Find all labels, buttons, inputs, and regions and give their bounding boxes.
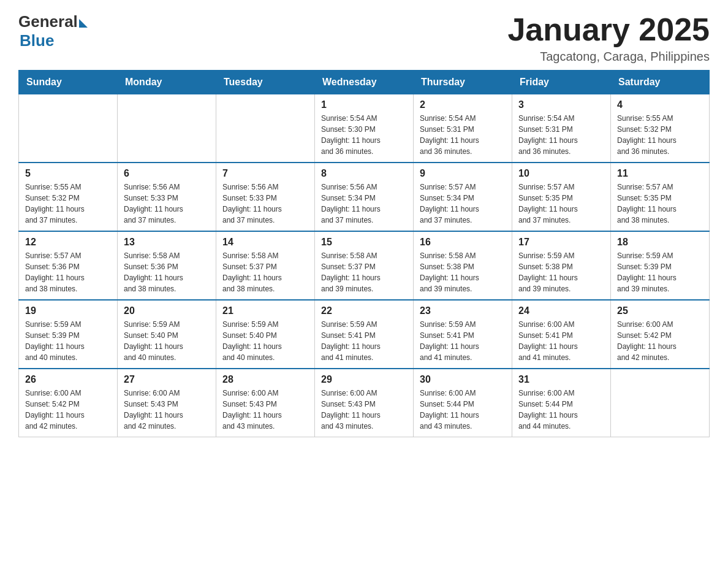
calendar-header-row: SundayMondayTuesdayWednesdayThursdayFrid… <box>19 71 710 94</box>
day-number: 21 <box>222 305 308 316</box>
day-info: Sunrise: 5:56 AM Sunset: 5:34 PM Dayligh… <box>321 182 407 226</box>
calendar-cell: 28Sunrise: 6:00 AM Sunset: 5:43 PM Dayli… <box>216 369 315 437</box>
calendar-table: SundayMondayTuesdayWednesdayThursdayFrid… <box>18 70 710 437</box>
day-info: Sunrise: 6:00 AM Sunset: 5:44 PM Dayligh… <box>518 388 604 432</box>
calendar-cell: 16Sunrise: 5:58 AM Sunset: 5:38 PM Dayli… <box>414 231 512 300</box>
calendar-week-row: 19Sunrise: 5:59 AM Sunset: 5:39 PM Dayli… <box>19 300 710 369</box>
day-number: 8 <box>321 168 407 179</box>
day-info: Sunrise: 5:58 AM Sunset: 5:38 PM Dayligh… <box>420 250 506 294</box>
day-info: Sunrise: 5:57 AM Sunset: 5:34 PM Dayligh… <box>420 182 506 226</box>
calendar-cell: 30Sunrise: 6:00 AM Sunset: 5:44 PM Dayli… <box>414 369 512 437</box>
day-info: Sunrise: 5:57 AM Sunset: 5:35 PM Dayligh… <box>518 182 604 226</box>
day-number: 3 <box>518 99 604 110</box>
day-number: 19 <box>25 305 111 316</box>
calendar-cell: 27Sunrise: 6:00 AM Sunset: 5:43 PM Dayli… <box>118 369 216 437</box>
calendar-cell: 17Sunrise: 5:59 AM Sunset: 5:38 PM Dayli… <box>512 231 611 300</box>
day-info: Sunrise: 5:59 AM Sunset: 5:39 PM Dayligh… <box>25 319 111 363</box>
day-info: Sunrise: 5:54 AM Sunset: 5:31 PM Dayligh… <box>420 113 506 157</box>
day-number: 10 <box>518 168 604 179</box>
calendar-cell: 3Sunrise: 5:54 AM Sunset: 5:31 PM Daylig… <box>512 94 611 163</box>
day-info: Sunrise: 5:59 AM Sunset: 5:40 PM Dayligh… <box>124 319 210 363</box>
calendar-day-header: Saturday <box>611 71 710 94</box>
calendar-cell <box>19 94 118 163</box>
calendar-cell <box>611 369 710 437</box>
day-info: Sunrise: 5:56 AM Sunset: 5:33 PM Dayligh… <box>222 182 308 226</box>
calendar-day-header: Sunday <box>19 71 118 94</box>
day-number: 24 <box>518 305 604 316</box>
day-number: 6 <box>124 168 210 179</box>
day-number: 16 <box>420 237 506 248</box>
calendar-day-header: Tuesday <box>216 71 315 94</box>
day-number: 28 <box>222 374 308 385</box>
logo-triangle-icon <box>79 19 88 28</box>
day-number: 1 <box>321 99 407 110</box>
day-number: 11 <box>617 168 703 179</box>
calendar-cell: 12Sunrise: 5:57 AM Sunset: 5:36 PM Dayli… <box>19 231 118 300</box>
day-info: Sunrise: 5:59 AM Sunset: 5:40 PM Dayligh… <box>222 319 308 363</box>
day-info: Sunrise: 5:56 AM Sunset: 5:33 PM Dayligh… <box>124 182 210 226</box>
day-number: 9 <box>420 168 506 179</box>
calendar-cell: 6Sunrise: 5:56 AM Sunset: 5:33 PM Daylig… <box>118 163 216 231</box>
day-info: Sunrise: 5:59 AM Sunset: 5:41 PM Dayligh… <box>420 319 506 363</box>
day-number: 12 <box>25 237 111 248</box>
day-info: Sunrise: 5:55 AM Sunset: 5:32 PM Dayligh… <box>25 182 111 226</box>
day-info: Sunrise: 5:54 AM Sunset: 5:31 PM Dayligh… <box>518 113 604 157</box>
page-header: General Blue January 2025 Tagcatong, Car… <box>18 12 710 64</box>
day-number: 15 <box>321 237 407 248</box>
calendar-day-header: Thursday <box>414 71 512 94</box>
day-number: 7 <box>222 168 308 179</box>
calendar-cell: 21Sunrise: 5:59 AM Sunset: 5:40 PM Dayli… <box>216 300 315 369</box>
calendar-cell: 4Sunrise: 5:55 AM Sunset: 5:32 PM Daylig… <box>611 94 710 163</box>
calendar-cell: 29Sunrise: 6:00 AM Sunset: 5:43 PM Dayli… <box>315 369 414 437</box>
calendar-cell: 13Sunrise: 5:58 AM Sunset: 5:36 PM Dayli… <box>118 231 216 300</box>
calendar-cell: 22Sunrise: 5:59 AM Sunset: 5:41 PM Dayli… <box>315 300 414 369</box>
day-number: 25 <box>617 305 703 316</box>
day-number: 30 <box>420 374 506 385</box>
day-info: Sunrise: 5:59 AM Sunset: 5:41 PM Dayligh… <box>321 319 407 363</box>
day-info: Sunrise: 5:58 AM Sunset: 5:37 PM Dayligh… <box>222 250 308 294</box>
calendar-cell: 11Sunrise: 5:57 AM Sunset: 5:35 PM Dayli… <box>611 163 710 231</box>
day-info: Sunrise: 5:59 AM Sunset: 5:39 PM Dayligh… <box>617 250 703 294</box>
day-info: Sunrise: 5:57 AM Sunset: 5:35 PM Dayligh… <box>617 182 703 226</box>
day-info: Sunrise: 5:57 AM Sunset: 5:36 PM Dayligh… <box>25 250 111 294</box>
calendar-cell: 8Sunrise: 5:56 AM Sunset: 5:34 PM Daylig… <box>315 163 414 231</box>
day-number: 26 <box>25 374 111 385</box>
day-info: Sunrise: 5:58 AM Sunset: 5:37 PM Dayligh… <box>321 250 407 294</box>
calendar-cell: 31Sunrise: 6:00 AM Sunset: 5:44 PM Dayli… <box>512 369 611 437</box>
calendar-cell: 1Sunrise: 5:54 AM Sunset: 5:30 PM Daylig… <box>315 94 414 163</box>
title-section: January 2025 Tagcatong, Caraga, Philippi… <box>507 12 710 64</box>
calendar-cell: 7Sunrise: 5:56 AM Sunset: 5:33 PM Daylig… <box>216 163 315 231</box>
logo: General Blue <box>18 12 88 50</box>
day-number: 31 <box>518 374 604 385</box>
logo-blue: Blue <box>20 31 88 50</box>
calendar-cell: 19Sunrise: 5:59 AM Sunset: 5:39 PM Dayli… <box>19 300 118 369</box>
calendar-cell: 10Sunrise: 5:57 AM Sunset: 5:35 PM Dayli… <box>512 163 611 231</box>
day-number: 29 <box>321 374 407 385</box>
calendar-subtitle: Tagcatong, Caraga, Philippines <box>507 50 710 64</box>
calendar-cell: 18Sunrise: 5:59 AM Sunset: 5:39 PM Dayli… <box>611 231 710 300</box>
calendar-cell: 25Sunrise: 6:00 AM Sunset: 5:42 PM Dayli… <box>611 300 710 369</box>
day-number: 5 <box>25 168 111 179</box>
day-info: Sunrise: 5:54 AM Sunset: 5:30 PM Dayligh… <box>321 113 407 157</box>
calendar-day-header: Wednesday <box>315 71 414 94</box>
day-info: Sunrise: 6:00 AM Sunset: 5:41 PM Dayligh… <box>518 319 604 363</box>
calendar-week-row: 1Sunrise: 5:54 AM Sunset: 5:30 PM Daylig… <box>19 94 710 163</box>
day-info: Sunrise: 5:55 AM Sunset: 5:32 PM Dayligh… <box>617 113 703 157</box>
day-number: 22 <box>321 305 407 316</box>
day-info: Sunrise: 6:00 AM Sunset: 5:43 PM Dayligh… <box>222 388 308 432</box>
calendar-week-row: 5Sunrise: 5:55 AM Sunset: 5:32 PM Daylig… <box>19 163 710 231</box>
calendar-cell: 20Sunrise: 5:59 AM Sunset: 5:40 PM Dayli… <box>118 300 216 369</box>
day-info: Sunrise: 6:00 AM Sunset: 5:42 PM Dayligh… <box>25 388 111 432</box>
calendar-title: January 2025 <box>507 12 710 47</box>
day-number: 23 <box>420 305 506 316</box>
calendar-day-header: Friday <box>512 71 611 94</box>
day-info: Sunrise: 6:00 AM Sunset: 5:42 PM Dayligh… <box>617 319 703 363</box>
calendar-week-row: 26Sunrise: 6:00 AM Sunset: 5:42 PM Dayli… <box>19 369 710 437</box>
calendar-week-row: 12Sunrise: 5:57 AM Sunset: 5:36 PM Dayli… <box>19 231 710 300</box>
day-number: 4 <box>617 99 703 110</box>
day-number: 17 <box>518 237 604 248</box>
day-number: 13 <box>124 237 210 248</box>
calendar-cell <box>216 94 315 163</box>
calendar-cell: 5Sunrise: 5:55 AM Sunset: 5:32 PM Daylig… <box>19 163 118 231</box>
calendar-cell: 2Sunrise: 5:54 AM Sunset: 5:31 PM Daylig… <box>414 94 512 163</box>
